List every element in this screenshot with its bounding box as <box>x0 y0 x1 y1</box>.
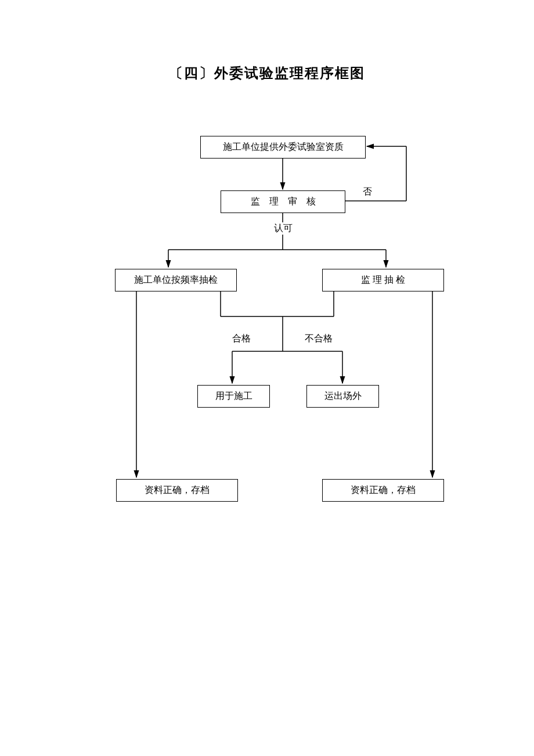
node-archive-right: 资料正确，存档 <box>322 479 444 502</box>
node-contractor-sampling: 施工单位按频率抽检 <box>115 269 237 291</box>
label-pass: 合格 <box>232 333 251 345</box>
flowchart-connectors <box>0 0 534 756</box>
diagram-title: 〔四〕外委试验监理程序框图 <box>0 64 534 82</box>
label-approve: 认可 <box>274 222 293 235</box>
node-supervisor-review: 监 理 审 核 <box>221 190 345 213</box>
label-fail: 不合格 <box>305 333 333 345</box>
label-no: 否 <box>363 186 372 198</box>
node-archive-left: 资料正确，存档 <box>116 479 238 502</box>
node-remove-site: 运出场外 <box>306 385 379 408</box>
node-provide-qualification: 施工单位提供外委试验室资质 <box>200 136 366 159</box>
node-use-construction: 用于施工 <box>197 385 270 408</box>
node-supervisor-sampling: 监 理 抽 检 <box>322 269 444 291</box>
